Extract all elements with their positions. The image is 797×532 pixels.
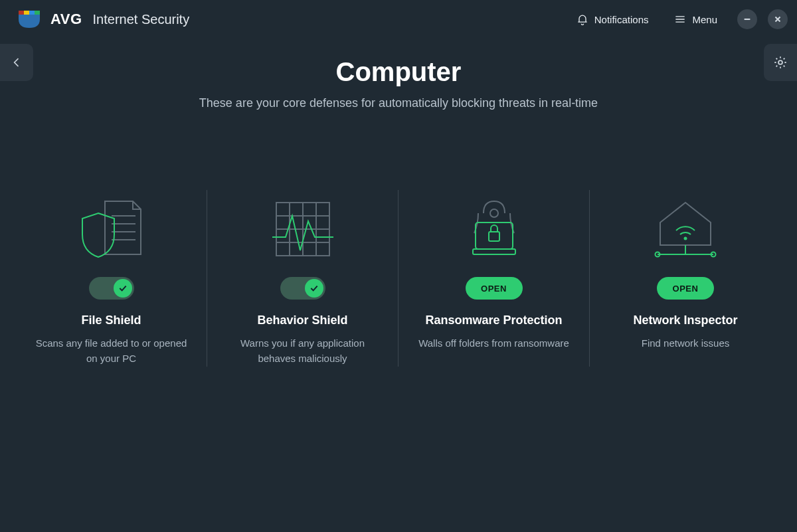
svg-rect-17 — [476, 222, 513, 249]
notifications-label: Notifications — [594, 14, 649, 25]
notifications-button[interactable]: Notifications — [567, 9, 658, 30]
bell-icon — [576, 13, 589, 26]
check-icon — [309, 283, 319, 294]
svg-rect-3 — [35, 11, 40, 15]
svg-rect-1 — [24, 11, 29, 15]
ransomware-open-button[interactable]: OPEN — [466, 277, 523, 300]
svg-point-20 — [684, 237, 687, 240]
file-shield-toggle[interactable] — [89, 277, 134, 300]
card-title: Behavior Shield — [226, 313, 379, 327]
back-button[interactable] — [0, 44, 33, 81]
svg-rect-0 — [19, 11, 24, 15]
card-behavior-shield: Behavior Shield Warns you if any applica… — [207, 190, 398, 367]
network-inspector-icon — [608, 190, 762, 270]
svg-rect-18 — [473, 249, 515, 254]
svg-point-16 — [490, 209, 498, 217]
card-network-inspector: OPEN Network Inspector Find network issu… — [590, 190, 781, 367]
settings-button[interactable] — [764, 44, 797, 81]
card-title: Network Inspector — [608, 313, 762, 327]
gear-icon — [773, 55, 788, 70]
menu-label: Menu — [692, 14, 717, 25]
ransomware-icon — [417, 190, 571, 270]
page-body: Computer These are your core defenses fo… — [0, 39, 797, 367]
close-icon — [773, 15, 782, 24]
chevron-left-icon — [10, 56, 23, 69]
menu-button[interactable]: Menu — [664, 9, 727, 30]
card-title: File Shield — [35, 313, 188, 327]
minimize-button[interactable] — [737, 9, 757, 29]
svg-rect-19 — [489, 232, 499, 241]
check-icon — [118, 283, 128, 294]
card-desc: Find network issues — [608, 335, 762, 351]
card-desc: Walls off folders from ransomware — [417, 335, 571, 351]
titlebar: AVG Internet Security Notifications Menu — [0, 0, 797, 39]
svg-point-4 — [778, 60, 782, 64]
minimize-icon — [743, 15, 752, 24]
card-file-shield: File Shield Scans any file added to or o… — [16, 190, 207, 367]
hamburger-icon — [673, 13, 687, 26]
behavior-shield-icon — [226, 190, 379, 270]
defense-cards-row: File Shield Scans any file added to or o… — [0, 190, 797, 367]
card-desc: Scans any file added to or opened on you… — [35, 335, 188, 367]
close-button[interactable] — [768, 9, 788, 29]
page-title: Computer — [0, 57, 797, 87]
card-title: Ransomware Protection — [417, 313, 571, 327]
behavior-shield-toggle[interactable] — [280, 277, 325, 300]
avg-logo-icon — [19, 11, 40, 28]
network-open-button[interactable]: OPEN — [657, 277, 714, 300]
brand-name: AVG — [50, 11, 82, 28]
svg-rect-2 — [29, 11, 35, 15]
card-desc: Warns you if any application behaves mal… — [226, 335, 379, 367]
product-name: Internet Security — [93, 12, 190, 27]
card-ransomware-protection: OPEN Ransomware Protection Walls off fol… — [398, 190, 590, 367]
page-subtitle: These are your core defenses for automat… — [0, 96, 797, 110]
file-shield-icon — [35, 190, 188, 270]
